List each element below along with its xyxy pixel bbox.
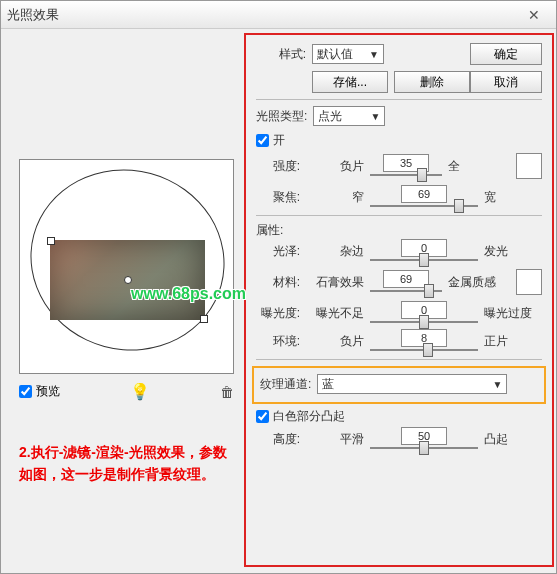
focus-right: 宽 xyxy=(484,189,542,206)
texture-channel-select[interactable]: 蓝 ▼ xyxy=(317,374,507,394)
cancel-button[interactable]: 取消 xyxy=(470,71,542,93)
material-right: 金属质感 xyxy=(448,274,506,291)
focus-slider[interactable]: 69 xyxy=(370,187,478,207)
preview-checkbox-input[interactable] xyxy=(19,385,32,398)
gloss-thumb[interactable] xyxy=(419,253,429,267)
gloss-label: 光泽: xyxy=(256,243,300,260)
light-type-label: 光照类型: xyxy=(256,108,307,125)
exposure-right: 曝光过度 xyxy=(484,305,542,322)
chevron-down-icon: ▼ xyxy=(492,379,502,390)
height-left: 平滑 xyxy=(306,431,364,448)
ambience-thumb[interactable] xyxy=(423,343,433,357)
exposure-left: 曝光不足 xyxy=(306,305,364,322)
light-type-select[interactable]: 点光 ▼ xyxy=(313,106,385,126)
save-button[interactable]: 存储... xyxy=(312,71,388,93)
height-label: 高度: xyxy=(256,431,300,448)
texture-channel-label: 纹理通道: xyxy=(260,376,311,393)
material-left: 石膏效果 xyxy=(306,274,364,291)
intensity-label: 强度: xyxy=(256,158,300,175)
height-thumb[interactable] xyxy=(419,441,429,455)
material-slider[interactable]: 69 xyxy=(370,272,442,292)
preview-label: 预览 xyxy=(36,383,60,400)
white-high-label: 白色部分凸起 xyxy=(273,408,345,425)
ambient-color-swatch[interactable] xyxy=(516,269,542,295)
style-label: 样式: xyxy=(256,46,306,63)
intensity-left: 负片 xyxy=(306,158,364,175)
ambience-slider[interactable]: 8 xyxy=(370,331,478,351)
exposure-thumb[interactable] xyxy=(419,315,429,329)
lighting-effects-dialog: 光照效果 ✕ 预览 💡 🗑 2.执行-滤镜-渲染-光照效果，参数如图，这一步是制… xyxy=(0,0,557,574)
style-value: 默认值 xyxy=(317,46,353,63)
exposure-label: 曝光度: xyxy=(256,305,300,322)
focus-label: 聚焦: xyxy=(256,189,300,206)
intensity-thumb[interactable] xyxy=(417,168,427,182)
preview-canvas[interactable] xyxy=(19,159,234,374)
material-value[interactable]: 69 xyxy=(383,270,429,288)
gloss-right: 发光 xyxy=(484,243,542,260)
light-type-value: 点光 xyxy=(318,108,342,125)
texture-channel-highlight: 纹理通道: 蓝 ▼ xyxy=(252,366,546,404)
lightbulb-icon[interactable]: 💡 xyxy=(130,382,150,401)
height-slider[interactable]: 50 xyxy=(370,429,478,449)
light-on-checkbox[interactable] xyxy=(256,134,269,147)
preview-checkbox[interactable]: 预览 xyxy=(19,383,60,400)
height-right: 凸起 xyxy=(484,431,542,448)
watermark: www.68ps.com xyxy=(131,285,246,303)
material-label: 材料: xyxy=(256,274,300,291)
trash-icon[interactable]: 🗑 xyxy=(220,384,234,400)
chevron-down-icon: ▼ xyxy=(370,111,380,122)
dialog-title: 光照效果 xyxy=(7,6,59,24)
focus-left: 窄 xyxy=(306,189,364,206)
delete-button[interactable]: 删除 xyxy=(394,71,470,93)
material-thumb[interactable] xyxy=(424,284,434,298)
ambience-right: 正片 xyxy=(484,333,542,350)
properties-header: 属性: xyxy=(256,222,542,239)
ok-button[interactable]: 确定 xyxy=(470,43,542,65)
annotation-note: 2.执行-滤镜-渲染-光照效果，参数如图，这一步是制作背景纹理。 xyxy=(19,441,234,486)
intensity-slider[interactable]: 35 xyxy=(370,156,442,176)
style-select[interactable]: 默认值 ▼ xyxy=(312,44,384,64)
texture-preview-image xyxy=(50,240,205,320)
focus-thumb[interactable] xyxy=(454,199,464,213)
close-icon[interactable]: ✕ xyxy=(518,6,550,24)
light-on-label: 开 xyxy=(273,132,285,149)
white-high-checkbox[interactable] xyxy=(256,410,269,423)
chevron-down-icon: ▼ xyxy=(369,49,379,60)
exposure-slider[interactable]: 0 xyxy=(370,303,478,323)
focus-value[interactable]: 69 xyxy=(401,185,447,203)
gloss-slider[interactable]: 0 xyxy=(370,241,478,261)
gloss-left: 杂边 xyxy=(306,243,364,260)
light-center-handle[interactable] xyxy=(124,276,132,284)
texture-channel-value: 蓝 xyxy=(322,376,334,393)
ambience-left: 负片 xyxy=(306,333,364,350)
ambience-label: 环境: xyxy=(256,333,300,350)
light-color-swatch[interactable] xyxy=(516,153,542,179)
settings-panel: 样式: 默认值 ▼ 确定 存储... 删除 取消 光照类型: xyxy=(244,33,554,567)
intensity-right: 全 xyxy=(448,158,506,175)
titlebar: 光照效果 ✕ xyxy=(1,1,556,29)
